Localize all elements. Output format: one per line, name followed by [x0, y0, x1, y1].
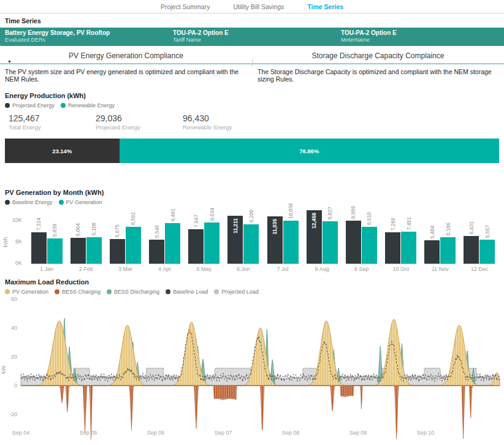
baseline-energy-bar[interactable]: 6,064	[71, 238, 86, 264]
month-group-7-jul: 11,03510,0367 Jul	[263, 208, 302, 272]
collapse-arrow-icon[interactable]: ▼	[7, 59, 12, 64]
kpi-value: 96,430	[183, 113, 242, 123]
bar-value-label: 9,827	[327, 207, 333, 219]
legend-item-baseline-energy[interactable]: Baseline Energy	[5, 199, 53, 205]
bar-value-label: 9,200	[248, 210, 254, 222]
baseline-energy-bar[interactable]: 5,484	[424, 240, 440, 264]
pv-generation-bar[interactable]: 5,839	[47, 238, 63, 264]
month-x-label: 2 Feb	[79, 266, 93, 272]
baseline-energy-bar[interactable]: 11,211	[227, 216, 243, 264]
legend-item-baseline-load[interactable]: Baseline Load	[166, 289, 208, 295]
month-bar-pair: 7,9479,634	[188, 208, 220, 264]
pv-generation-bar[interactable]: 9,491	[165, 223, 180, 264]
compliance-texts: The PV system size and PV energy generat…	[0, 68, 504, 83]
tab-utility-bill-savings[interactable]: Utility Bill Savings	[233, 3, 284, 10]
bar-value-label: 5,675	[114, 224, 120, 237]
baseline-energy-bar[interactable]: 7,314	[31, 232, 47, 264]
load-reduction-chart: 6040200-20kWSep 04Sep 05Sep 06Sep 07Sep …	[0, 296, 504, 439]
banner-tariff-name: TOU-PA-2 Option E Tariff Name	[168, 28, 336, 46]
page-title: Time Series	[5, 17, 504, 25]
tab-project-summary[interactable]: Project Summary	[161, 3, 210, 10]
legend-item-projected-energy[interactable]: Projected Energy	[5, 102, 55, 108]
legend-item-bess-charging[interactable]: BESS Charging	[55, 289, 101, 295]
month-bar-pair: 7,3145,839	[31, 208, 63, 264]
load-x-label: Sep 06	[147, 430, 165, 436]
month-y-tick: 10K	[6, 217, 22, 223]
stacked-segment[interactable]: 76.86%	[120, 139, 499, 163]
bar-value-label: 6,108	[91, 222, 97, 235]
legend-item-pv-generation[interactable]: PV Generation	[59, 199, 102, 205]
load-reduction-title: Maximum Load Reduction	[5, 278, 504, 286]
pv-compliance-header: PV Energy Generation Compliance	[0, 51, 252, 64]
baseline-energy-bar[interactable]: 7,947	[188, 229, 204, 264]
load-x-label: Sep 04	[12, 430, 30, 436]
month-bar-pair: 6,0646,108	[71, 208, 102, 264]
pv-generation-bar[interactable]: 6,108	[86, 237, 102, 264]
month-group-4-apr: 5,5469,4914 Apr	[145, 208, 185, 272]
bar-value-label: 7,314	[36, 218, 42, 230]
bar-value-label: 8,510	[366, 212, 372, 225]
pv-generation-bar[interactable]: 7,451	[401, 232, 416, 264]
month-x-label: 5 May	[197, 266, 212, 272]
month-x-label: 1 Jan	[40, 266, 53, 272]
stacked-segment[interactable]: 23.14%	[5, 139, 120, 163]
legend-dot-icon	[61, 103, 66, 108]
load-y-tick: 60	[11, 296, 17, 302]
baseline-energy-bar[interactable]: 6,431	[464, 236, 479, 264]
bar-value-label: 7,947	[193, 215, 199, 227]
baseline-energy-bar[interactable]: 5,675	[110, 239, 125, 264]
legend-item-pv-generation[interactable]: PV Generation	[5, 289, 48, 295]
legend-item-renewable-energy[interactable]: Renewable Energy	[61, 102, 115, 108]
month-bar-pair: 11,03510,036	[267, 208, 299, 264]
legend-label: BESS Discharging	[114, 289, 159, 295]
month-y-tick: 0K	[6, 260, 22, 266]
storage-compliance-title: Storage Discharge Capacity Complaince	[252, 51, 504, 60]
legend-item-projected-load[interactable]: Projected Load	[214, 289, 259, 295]
pv-generation-bar[interactable]: 9,827	[323, 221, 338, 264]
pv-generation-bar[interactable]: 10,036	[283, 221, 299, 264]
month-group-6-jun: 11,2119,2006 Jun	[224, 208, 263, 272]
bar-value-label: 5,484	[429, 226, 435, 238]
pv-generation-bar[interactable]: 6,186	[440, 237, 456, 264]
month-bar-pair: 9,9998,510	[346, 208, 377, 264]
pv-generation-bar[interactable]: 5,557	[479, 240, 495, 264]
bar-value-label: 9,491	[170, 208, 176, 221]
legend-dot-icon	[107, 289, 112, 294]
banner-label: MeterName	[341, 37, 504, 44]
month-bar-pair: 12,4589,827	[307, 208, 338, 264]
pv-generation-bar[interactable]: 8,592	[126, 227, 141, 264]
baseline-energy-bar[interactable]: 5,546	[149, 240, 164, 264]
bar-value-label: 7,266	[390, 218, 396, 230]
month-group-10-oct: 7,2667,45110 Oct	[381, 208, 421, 272]
legend-label: Renewable Energy	[68, 102, 115, 108]
bar-value-label: 6,064	[75, 223, 81, 236]
load-x-label: Sep 09	[349, 430, 367, 436]
baseline-energy-bar[interactable]: 7,266	[385, 232, 400, 264]
bar-value-label: 9,999	[350, 206, 356, 219]
banner-evaluated-ders: Battery Energy Storage, PV Rooftop Evalu…	[0, 28, 168, 46]
load-y-tick: 20	[11, 354, 17, 360]
kpi-label: Renewable Energy	[183, 124, 242, 131]
pv-generation-bar[interactable]: 9,634	[204, 222, 220, 264]
banner-value: TOU-PA-2 Option E	[173, 29, 336, 37]
month-bar-pair: 5,6758,592	[110, 208, 141, 264]
legend-item-bess-discharging[interactable]: BESS Discharging	[107, 289, 159, 295]
month-group-3-mar: 5,6758,5923 Mar	[105, 208, 145, 272]
bar-value-label: 11,211	[232, 218, 239, 234]
baseline-energy-bar[interactable]: 12,458	[307, 210, 322, 264]
load-x-label: Sep 07	[215, 430, 232, 436]
baseline-energy-bar[interactable]: 11,035	[267, 216, 283, 264]
kpi-projected-energy: 29,036 Projected Energy	[96, 113, 155, 131]
baseline-energy-bar[interactable]: 9,999	[346, 221, 361, 264]
tab-time-series[interactable]: Time Series	[307, 3, 343, 10]
pv-generation-bar[interactable]: 9,200	[243, 224, 259, 264]
banner-value: Battery Energy Storage, PV Rooftop	[5, 29, 168, 37]
banner-meter-name: TOU-PA-2 Option E MeterName	[336, 28, 504, 46]
month-bar-pair: 7,2667,451	[385, 208, 416, 264]
load-y-tick: -20	[9, 411, 17, 417]
selection-banner: Battery Energy Storage, PV Rooftop Evalu…	[0, 28, 504, 46]
pv-generation-bar[interactable]: 8,510	[362, 227, 377, 264]
month-x-label: 8 Aug	[315, 266, 329, 272]
legend-label: PV Generation	[12, 289, 48, 295]
energy-share-stacked-bar: 23.14%76.86%	[5, 139, 499, 163]
